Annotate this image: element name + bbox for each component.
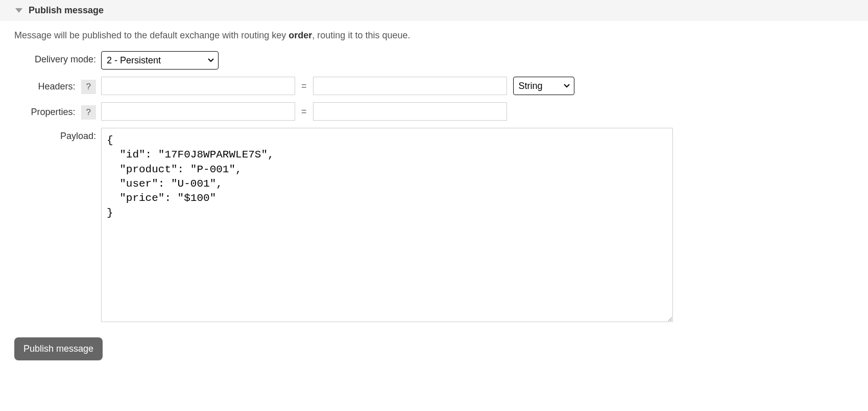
properties-value-input[interactable]: [313, 102, 507, 121]
properties-label-text: Properties:: [31, 107, 75, 117]
routing-key: order: [288, 30, 312, 40]
headers-key-input[interactable]: [101, 77, 295, 95]
equals-sign: =: [301, 106, 307, 117]
headers-help-button[interactable]: ?: [81, 80, 96, 94]
info-text: Message will be published to the default…: [14, 30, 854, 41]
headers-label: Headers: ?: [14, 77, 101, 94]
equals-sign: =: [301, 81, 307, 92]
info-suffix: , routing it to this queue.: [312, 30, 410, 40]
headers-value-input[interactable]: [313, 77, 507, 95]
collapse-triangle-icon: [15, 8, 22, 13]
info-prefix: Message will be published to the default…: [14, 30, 288, 40]
payload-label: Payload:: [14, 128, 101, 142]
publish-message-button[interactable]: Publish message: [14, 337, 103, 360]
section-title: Publish message: [29, 5, 104, 16]
delivery-mode-select[interactable]: 2 - Persistent: [101, 51, 219, 70]
delivery-mode-label: Delivery mode:: [14, 51, 101, 65]
payload-textarea[interactable]: [101, 128, 673, 322]
section-header[interactable]: Publish message: [0, 0, 868, 21]
headers-type-select[interactable]: String: [513, 77, 574, 95]
properties-label: Properties: ?: [14, 102, 101, 120]
publish-form: Message will be published to the default…: [0, 21, 868, 370]
properties-key-input[interactable]: [101, 102, 295, 121]
headers-label-text: Headers:: [38, 81, 75, 92]
properties-help-button[interactable]: ?: [81, 105, 96, 120]
